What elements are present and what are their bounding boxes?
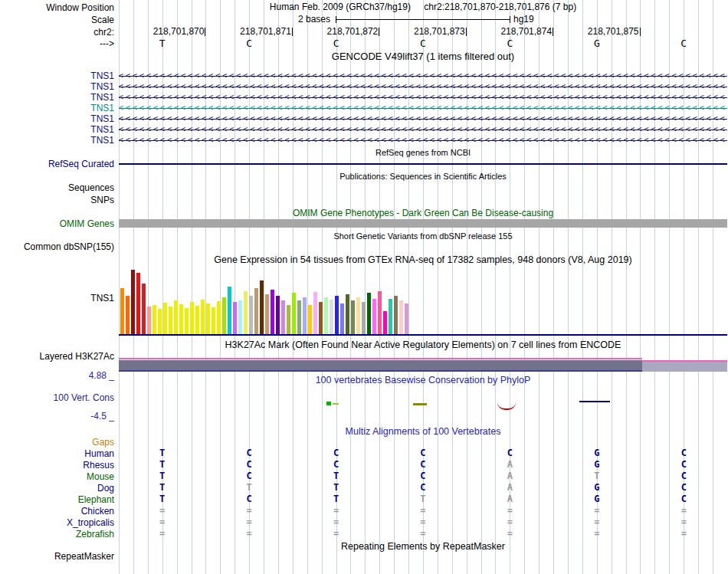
species-label[interactable]: Elephant <box>0 494 119 505</box>
transcript-intron-arrows[interactable]: <<<<<<<<<<<<<<<<<<<<<<<<<<<<<<<<<<<<<<<<… <box>119 113 727 124</box>
gtex-expression-bar <box>228 287 231 334</box>
gencode-transcript-label[interactable]: TNS1 <box>0 103 119 113</box>
multiz-species-row[interactable]: DogTTTCAGC <box>0 482 728 494</box>
species-label[interactable]: Rhesus <box>0 460 119 471</box>
species-label[interactable]: Mouse <box>0 471 119 482</box>
gencode-transcript-row[interactable]: TNS1<<<<<<<<<<<<<<<<<<<<<<<<<<<<<<<<<<<<… <box>0 135 728 146</box>
alignment-base: G <box>553 448 640 459</box>
gencode-rows: TNS1<<<<<<<<<<<<<<<<<<<<<<<<<<<<<<<<<<<<… <box>0 71 728 146</box>
gencode-transcript-label[interactable]: TNS1 <box>0 135 119 146</box>
gtex-expression-bar <box>195 306 199 334</box>
gtex-expression-bar <box>158 309 162 334</box>
transcript-intron-arrows[interactable]: <<<<<<<<<<<<<<<<<<<<<<<<<<<<<<<<<<<<<<<<… <box>119 81 727 92</box>
gencode-transcript-row[interactable]: TNS1<<<<<<<<<<<<<<<<<<<<<<<<<<<<<<<<<<<<… <box>0 81 728 92</box>
alignment-cells: TCTTAGC <box>119 494 727 505</box>
alignment-base: C <box>379 471 466 482</box>
gencode-transcript-label[interactable]: TNS1 <box>0 92 119 103</box>
gtex-expression-bar <box>142 284 146 334</box>
omim-genes-bar[interactable] <box>119 219 727 228</box>
gencode-transcript-label[interactable]: TNS1 <box>0 124 119 135</box>
gencode-transcript-row[interactable]: TNS1<<<<<<<<<<<<<<<<<<<<<<<<<<<<<<<<<<<<… <box>0 113 728 124</box>
multiz-species-row[interactable]: Zebrafish======= <box>0 528 728 540</box>
gencode-transcript-label[interactable]: TNS1 <box>0 113 119 124</box>
species-label[interactable]: Zebrafish <box>0 529 119 540</box>
gtex-expression-bar <box>238 300 242 334</box>
gtex-gene-label[interactable]: TNS1 <box>0 293 119 303</box>
layered-h3k27ac-label[interactable]: Layered H3K27Ac <box>0 351 119 362</box>
gtex-expression-bar <box>126 296 130 334</box>
alignment-base: T <box>119 448 205 459</box>
multiz-species-row[interactable]: HumanTCCCCGC <box>0 448 728 459</box>
transcript-intron-arrows[interactable]: <<<<<<<<<<<<<<<<<<<<<<<<<<<<<<<<<<<<<<<<… <box>119 92 727 103</box>
omim-genes-label[interactable]: OMIM Genes <box>0 218 119 229</box>
alignment-base: C <box>641 459 727 471</box>
multiz-species-row[interactable]: ElephantTCTTAGC <box>0 494 728 505</box>
alignment-base: G <box>553 482 640 494</box>
alignment-base: C <box>379 482 466 494</box>
gtex-expression-bar <box>335 296 339 334</box>
alignment-base: = <box>641 505 727 517</box>
alignment-base: = <box>467 528 553 540</box>
common-dbsnp-label[interactable]: Common dbSNP(155) <box>0 241 119 252</box>
multiz-species-row[interactable]: Gaps <box>0 436 728 448</box>
gencode-transcript-label[interactable]: TNS1 <box>0 71 119 81</box>
alignment-base: C <box>641 471 727 482</box>
assembly-title: Human Feb. 2009 (GRCh37/hg19) <box>270 2 411 12</box>
gtex-expression-bar <box>217 301 221 334</box>
multiz-species-row[interactable]: RhesusTCCCAGC <box>0 459 728 471</box>
transcript-intron-arrows[interactable]: <<<<<<<<<<<<<<<<<<<<<<<<<<<<<<<<<<<<<<<<… <box>119 124 727 135</box>
gencode-transcript-row[interactable]: TNS1<<<<<<<<<<<<<<<<<<<<<<<<<<<<<<<<<<<<… <box>0 71 728 81</box>
gencode-transcript-row[interactable]: TNS1<<<<<<<<<<<<<<<<<<<<<<<<<<<<<<<<<<<<… <box>0 124 728 135</box>
alignment-base: T <box>119 494 205 505</box>
phylop-mark <box>333 403 339 405</box>
repeatmasker-label[interactable]: RepeatMasker <box>0 551 119 562</box>
gtex-expression-bar <box>297 300 301 334</box>
layered-h3k27ac-signal[interactable] <box>119 349 727 373</box>
alignment-base: C <box>641 448 727 459</box>
transcript-intron-arrows[interactable]: <<<<<<<<<<<<<<<<<<<<<<<<<<<<<<<<<<<<<<<<… <box>119 71 727 81</box>
gencode-track-title: GENCODE V49lift37 (1 items filtered out) <box>119 51 727 62</box>
gtex-expression-bar <box>276 296 280 334</box>
phylop-track[interactable] <box>119 385 727 425</box>
multiz-species-row[interactable]: Chicken======= <box>0 505 728 517</box>
strand-label: ---> <box>0 38 119 49</box>
publications-snps-label[interactable]: SNPs <box>0 195 119 205</box>
gtex-expression-bar <box>233 302 237 334</box>
alignment-base: = <box>467 517 553 528</box>
gtex-expression-bar <box>152 305 156 334</box>
alignment-base: = <box>379 528 466 540</box>
alignment-base: C <box>205 494 292 505</box>
alignment-base: = <box>641 528 727 540</box>
species-label[interactable]: Dog <box>0 483 119 494</box>
gtex-expression-bar <box>244 291 248 334</box>
transcript-intron-arrows[interactable]: <<<<<<<<<<<<<<<<<<<<<<<<<<<<<<<<<<<<<<<<… <box>119 135 727 146</box>
gtex-expression-bar <box>271 290 274 334</box>
publications-sequences-label[interactable]: Sequences <box>0 182 119 193</box>
species-label[interactable]: Chicken <box>0 506 119 517</box>
alignment-base: = <box>379 517 466 528</box>
alignment-base: = <box>119 517 205 528</box>
chrom-label: chr2: <box>0 27 119 38</box>
gtex-track-title: Gene Expression in 54 tissues from GTEx … <box>119 254 727 265</box>
transcript-intron-arrows[interactable]: <<<<<<<<<<<<<<<<<<<<<<<<<<<<<<<<<<<<<<<<… <box>119 103 727 113</box>
alignment-base: C <box>293 459 379 471</box>
refseq-gene-line[interactable] <box>119 163 727 165</box>
multiz-species-row[interactable]: X_tropicalis======= <box>0 517 728 528</box>
alignment-base: = <box>553 505 640 517</box>
phylop-cons-label[interactable]: 100 Vert. Cons <box>0 392 119 403</box>
refseq-curated-label[interactable]: RefSeq Curated <box>0 159 119 169</box>
gencode-transcript-row[interactable]: TNS1<<<<<<<<<<<<<<<<<<<<<<<<<<<<<<<<<<<<… <box>0 92 728 103</box>
species-label[interactable]: Gaps <box>0 437 119 448</box>
alignment-base: T <box>293 482 379 494</box>
alignment-cells: ======= <box>119 528 727 540</box>
reference-base: G <box>553 38 640 49</box>
gencode-transcript-row[interactable]: TNS1<<<<<<<<<<<<<<<<<<<<<<<<<<<<<<<<<<<<… <box>0 103 728 113</box>
gencode-transcript-label[interactable]: TNS1 <box>0 81 119 92</box>
alignment-base: C <box>205 448 292 459</box>
alignment-base: = <box>293 517 379 528</box>
gtex-expression-plot[interactable] <box>119 267 727 336</box>
species-label[interactable]: X_tropicalis <box>0 517 119 528</box>
species-label[interactable]: Human <box>0 448 119 459</box>
h3k27ac-layer-pink <box>119 358 642 359</box>
multiz-species-row[interactable]: MouseTCTCATC <box>0 471 728 482</box>
